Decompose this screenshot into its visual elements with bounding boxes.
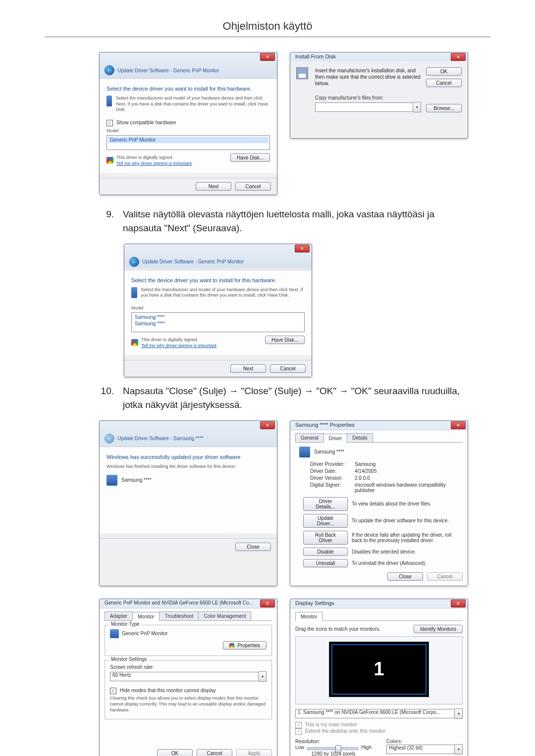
- back-icon: ←: [105, 434, 114, 444]
- signed-text: This driver is digitally signed.: [141, 337, 216, 343]
- update-driver-button[interactable]: Update Driver...: [303, 514, 348, 528]
- resolution-slider[interactable]: [307, 747, 358, 750]
- refresh-label: Screen refresh rate:: [110, 664, 267, 670]
- close-icon[interactable]: ×: [451, 600, 466, 607]
- back-icon[interactable]: ←: [105, 65, 114, 75]
- device-icon: [107, 96, 112, 106]
- refresh-select[interactable]: 60 Hertz: [110, 672, 259, 681]
- model-header: Model: [131, 305, 305, 310]
- close-icon[interactable]: ×: [260, 421, 275, 429]
- show-compatible-checkbox[interactable]: ✓: [107, 120, 113, 126]
- dropdown-icon[interactable]: ▾: [259, 671, 267, 682]
- tab-driver[interactable]: Driver: [323, 434, 348, 443]
- update-driver-desc: To update the driver software for this d…: [352, 518, 463, 523]
- shield-icon: [107, 157, 113, 164]
- monitor-properties-dialog: Generic PnP Monitor and NVIDIA GeForce 6…: [99, 599, 277, 756]
- resolution-label: Resolution:: [295, 739, 372, 744]
- hide-modes-note: Clearing this check box allows you to se…: [110, 696, 267, 713]
- shield-icon: [131, 339, 138, 346]
- step-9: 9. Valitse näytöllä olevasta näyttöjen l…: [99, 207, 471, 236]
- close-icon[interactable]: ×: [260, 53, 275, 61]
- monitor-select[interactable]: 1. Samsung **** on NVIDIA GeForce 6600 L…: [295, 709, 455, 718]
- update-driver-dialog-1: × ← Update Driver Software - Generic PnP…: [99, 52, 277, 195]
- device-icon: [299, 447, 310, 457]
- model-listbox[interactable]: Samsung **** Samsung ****: [131, 312, 305, 332]
- model-listbox[interactable]: Generic PnP Monitor: [107, 135, 270, 150]
- next-button[interactable]: Next: [196, 182, 231, 191]
- breadcrumb: Update Driver Software - Samsung ****: [117, 436, 203, 441]
- close-icon[interactable]: ×: [260, 600, 275, 607]
- close-icon[interactable]: ×: [451, 53, 466, 61]
- note-text: Select the manufacturer and model of you…: [116, 96, 270, 113]
- drag-text: Drag the icons to match your monitors.: [295, 626, 380, 632]
- tab-adapter[interactable]: Adapter: [105, 611, 133, 620]
- back-icon[interactable]: ←: [129, 257, 139, 267]
- dropdown-icon[interactable]: ▾: [455, 744, 463, 755]
- list-item[interactable]: Generic PnP Monitor: [108, 137, 268, 143]
- page-title: Ohjelmiston käyttö: [45, 20, 490, 33]
- disable-button[interactable]: Disable: [303, 548, 348, 556]
- rollback-button[interactable]: Roll Back Driver: [303, 531, 348, 545]
- driver-details-desc: To view details about the driver files.: [352, 501, 463, 506]
- step-number: 10.: [99, 384, 114, 412]
- cancel-button[interactable]: Cancel: [197, 749, 232, 756]
- identify-button[interactable]: Identify Monitors: [414, 625, 463, 633]
- disk-note: Insert the manufacturer's installation d…: [315, 67, 421, 87]
- uninstall-desc: To uninstall the driver (Advanced).: [352, 560, 463, 566]
- hide-modes-checkbox[interactable]: ✓: [110, 688, 116, 694]
- update-finished-dialog: × ← Update Driver Software - Samsung ***…: [99, 420, 277, 586]
- properties-button[interactable]: Properties: [223, 641, 267, 650]
- signing-link[interactable]: Tell me why driver signing is important: [116, 161, 192, 166]
- list-item[interactable]: Samsung ****: [133, 314, 303, 320]
- tab-general[interactable]: General: [295, 433, 324, 442]
- tab-color[interactable]: Color Management: [198, 611, 251, 620]
- tab-monitor[interactable]: Monitor: [132, 612, 160, 621]
- signing-link[interactable]: Tell me why driver signing is important: [141, 343, 216, 348]
- dropdown-icon[interactable]: ▾: [413, 102, 421, 112]
- dropdown-icon[interactable]: ▾: [455, 708, 463, 719]
- dialog-title: Generic PnP Monitor and NVIDIA GeForce 6…: [105, 600, 253, 605]
- monitor-preview[interactable]: 1: [329, 642, 429, 697]
- uninstall-button[interactable]: Uninstall: [303, 559, 348, 567]
- value-version: 2.0.0.0: [355, 475, 463, 481]
- label-signer: Digital Signer:: [310, 482, 355, 493]
- device-icon: [107, 475, 117, 486]
- label-provider: Driver Provider:: [310, 461, 355, 467]
- display-settings-dialog: Display Settings × Monitor Drag the icon…: [290, 599, 468, 756]
- dialog-title: Install From Disk: [295, 53, 336, 59]
- have-disk-button[interactable]: Have Disk...: [230, 153, 270, 162]
- close-button[interactable]: Close: [235, 543, 271, 551]
- step-number: 9.: [99, 207, 114, 236]
- dialog-title: Samsung **** Properties: [295, 422, 355, 428]
- close-icon[interactable]: ×: [451, 421, 466, 429]
- instruction-text: Select the device driver you want to ins…: [107, 86, 270, 92]
- device-name: Samsung ****: [121, 477, 152, 483]
- signed-text: This driver is digitally signed.: [116, 155, 192, 161]
- close-button[interactable]: Close: [387, 572, 423, 581]
- colors-select[interactable]: Highest (32 bit): [386, 745, 455, 754]
- driver-details-button[interactable]: Driver Details...: [303, 497, 348, 511]
- close-icon[interactable]: ×: [295, 245, 310, 252]
- cancel-button: Cancel: [427, 572, 463, 581]
- properties-label: Properties: [237, 643, 260, 648]
- apply-button: Apply: [236, 749, 272, 756]
- ok-button[interactable]: OK: [157, 749, 193, 756]
- extend-label: Extend the desktop onto this monitor: [305, 728, 385, 734]
- browse-button[interactable]: Browse...: [426, 104, 462, 112]
- label-version: Driver Version:: [310, 475, 355, 481]
- value-date: 4/14/2005: [355, 468, 463, 474]
- path-input[interactable]: [315, 102, 413, 112]
- cancel-button[interactable]: Cancel: [426, 79, 462, 87]
- tab-details[interactable]: Details: [347, 433, 373, 442]
- tab-monitor[interactable]: Monitor: [295, 612, 322, 621]
- header-rule: [45, 37, 490, 37]
- value-provider: Samsung: [355, 461, 463, 467]
- ok-button[interactable]: OK: [426, 67, 462, 76]
- next-button[interactable]: Next: [230, 364, 266, 373]
- have-disk-button[interactable]: Have Disk...: [265, 336, 305, 344]
- tab-troubleshoot[interactable]: Troubleshoot: [159, 611, 199, 620]
- cancel-button[interactable]: Cancel: [270, 364, 306, 373]
- list-item[interactable]: Samsung ****: [133, 320, 303, 327]
- cancel-button[interactable]: Cancel: [235, 182, 271, 191]
- main-monitor-label: This is my main monitor: [305, 722, 358, 727]
